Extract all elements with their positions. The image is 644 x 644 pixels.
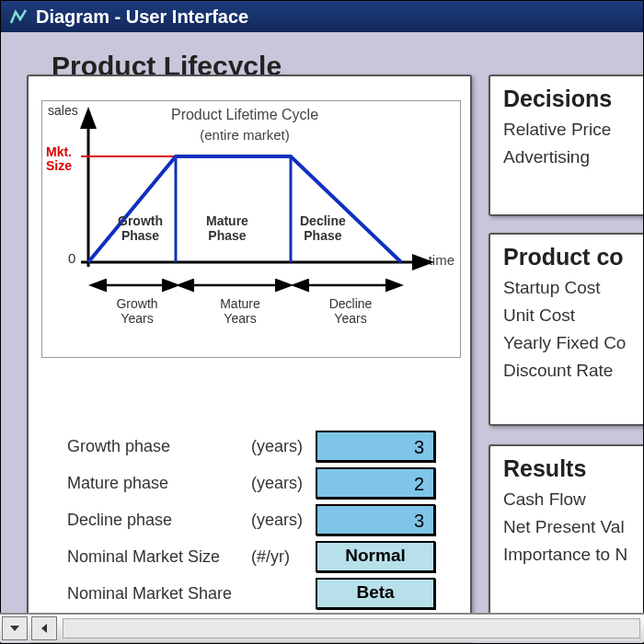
- app-logo-icon: [8, 6, 29, 27]
- product-costs-title: Product co: [503, 244, 644, 270]
- lifecycle-inputs: Growth phase (years) 3 Mature phase (yea…: [67, 428, 481, 612]
- chevron-down-icon: [9, 623, 20, 634]
- results-panel: Results Cash Flow Net Present Val Import…: [489, 444, 644, 619]
- mature-phase-label: MaturePhase: [206, 213, 248, 243]
- scroll-down-button[interactable]: [2, 616, 28, 640]
- cost-yearly-fixed[interactable]: Yearly Fixed Co: [503, 333, 644, 353]
- share-label-text: Nominal Market Share: [67, 584, 316, 604]
- result-cash-flow[interactable]: Cash Flow: [503, 489, 644, 510]
- cost-discount-rate[interactable]: Discount Rate: [503, 361, 644, 381]
- mature-phase-input[interactable]: 2: [316, 467, 435, 499]
- growth-phase-unit: (years): [251, 437, 316, 456]
- mature-phase-unit: (years): [251, 474, 316, 493]
- growth-phase-row: Growth phase (years) 3: [67, 428, 481, 465]
- decline-phase-unit: (years): [251, 511, 316, 530]
- decline-years-label: DeclineYears: [318, 296, 383, 326]
- nms-label-text: Nominal Market Size: [67, 547, 251, 567]
- decline-phase-label-text: Decline phase: [67, 511, 251, 530]
- decisions-title: Decisions: [503, 86, 644, 112]
- scrollbar-track[interactable]: [63, 618, 640, 638]
- decision-relative-price[interactable]: Relative Price: [503, 120, 644, 140]
- product-lifecycle-panel: Product Lifetime Cycle (entire market) s…: [27, 75, 472, 641]
- chevron-left-icon: [39, 623, 50, 634]
- cost-startup[interactable]: Startup Cost: [503, 278, 644, 298]
- cost-unit[interactable]: Unit Cost: [503, 305, 644, 326]
- decision-advertising[interactable]: Advertising: [503, 147, 644, 167]
- growth-phase-input[interactable]: 3: [316, 431, 435, 462]
- mature-phase-row: Mature phase (years) 2: [67, 465, 481, 501]
- nominal-market-size-button[interactable]: Normal: [316, 541, 435, 572]
- lifecycle-diagram: Product Lifetime Cycle (entire market) s…: [41, 100, 461, 358]
- nominal-market-share-row: Nominal Market Share Beta: [67, 575, 481, 612]
- nominal-market-share-button[interactable]: Beta: [316, 578, 435, 609]
- nms-unit: (#/yr): [251, 547, 316, 567]
- horizontal-scrollbar[interactable]: [0, 613, 644, 642]
- growth-years-label: GrowthYears: [105, 296, 169, 326]
- product-costs-panel: Product co Startup Cost Unit Cost Yearly…: [489, 233, 644, 426]
- result-npv[interactable]: Net Present Val: [503, 517, 644, 537]
- scroll-left-button[interactable]: [31, 616, 57, 640]
- mature-years-label: MatureYears: [208, 296, 272, 326]
- decline-phase-input[interactable]: 3: [316, 504, 435, 535]
- growth-phase-label-text: Growth phase: [67, 437, 251, 456]
- results-title: Results: [503, 455, 644, 482]
- window-title: Diagram - User Interface: [36, 6, 248, 28]
- window-titlebar: Diagram - User Interface: [1, 1, 643, 32]
- decisions-panel: Decisions Relative Price Advertising: [489, 75, 644, 216]
- result-importance[interactable]: Importance to N: [503, 545, 644, 565]
- nominal-market-size-row: Nominal Market Size (#/yr) Normal: [67, 538, 481, 575]
- mature-phase-label-text: Mature phase: [67, 474, 251, 493]
- decline-phase-label: DeclinePhase: [300, 213, 346, 243]
- decline-phase-row: Decline phase (years) 3: [67, 501, 481, 538]
- growth-phase-label: GrowthPhase: [118, 213, 163, 243]
- workspace: Product Lifecycle Product Lifetime Cycle…: [1, 32, 643, 612]
